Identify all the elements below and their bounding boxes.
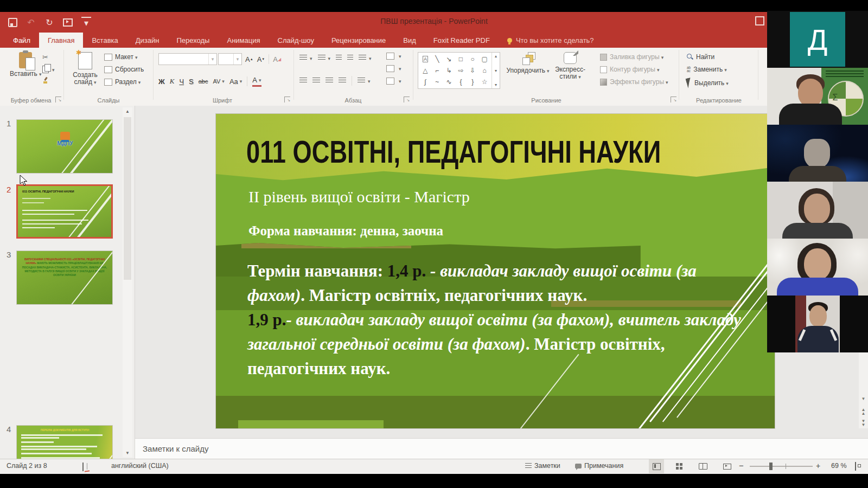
shape-left-brace[interactable]: {: [459, 77, 462, 87]
shape-curve[interactable]: ∿: [446, 77, 452, 87]
notes-toggle-button[interactable]: Заметки: [525, 462, 560, 470]
tab-transitions[interactable]: Переходы: [168, 33, 218, 48]
shape-elbow-arrow-connector[interactable]: ↳: [446, 66, 452, 75]
decrease-indent-button[interactable]: [336, 55, 342, 61]
shape-scribble[interactable]: ∫: [424, 77, 426, 87]
tab-insert[interactable]: Вставка: [83, 33, 126, 48]
tab-file[interactable]: Файл: [4, 33, 39, 48]
tab-animations[interactable]: Анимация: [218, 33, 269, 48]
slide-sorter-view-button[interactable]: [672, 459, 687, 473]
shape-arrow[interactable]: ↘: [446, 54, 452, 64]
slide-canvas[interactable]: 011 ОСВІТНІ, ПЕДАГОГІЧНІ НАУКИ ІІ рівень…: [216, 114, 775, 428]
thumbnail-scrollbar[interactable]: ▲ ▼: [123, 107, 132, 457]
replace-button[interactable]: abacЗаменить: [687, 66, 727, 73]
tab-design[interactable]: Дизайн: [127, 33, 168, 48]
shape-outline-button[interactable]: Контур фигуры: [600, 66, 659, 73]
shapes-scroll-down-icon[interactable]: ▾: [495, 68, 497, 73]
language-indicator[interactable]: английский (США): [111, 462, 169, 470]
comments-toggle-button[interactable]: Примечания: [575, 462, 623, 470]
new-slide-button[interactable]: ✱ Создать слайд: [69, 52, 101, 86]
zoom-slider-track[interactable]: [750, 466, 813, 467]
copy-button[interactable]: [42, 65, 55, 73]
previous-slide-icon[interactable]: ▲▲: [859, 407, 868, 418]
slide-thumbnail-2-selected[interactable]: 011 ОСВІТНІ, ПЕДАГОГІЧНІ НАУКИ: [16, 184, 113, 239]
slide-subtitle[interactable]: ІІ рівень вищої освіти - Магістр: [248, 188, 470, 206]
shape-triangle[interactable]: △: [423, 66, 427, 75]
participant-video-2[interactable]: [767, 68, 868, 125]
align-left-button[interactable]: [299, 78, 307, 84]
shape-rectangle[interactable]: □: [459, 54, 463, 64]
align-right-button[interactable]: [326, 78, 333, 84]
fit-to-window-button[interactable]: [855, 463, 856, 470]
scroll-up-icon[interactable]: ▲: [123, 107, 132, 115]
normal-view-button[interactable]: [649, 459, 664, 473]
shapes-more-icon[interactable]: ▾: [495, 82, 497, 87]
participant-video-5[interactable]: [767, 239, 868, 296]
participant-video-3[interactable]: [767, 125, 868, 182]
font-dialog-launcher[interactable]: ↘: [284, 97, 290, 102]
shape-rounded-rectangle[interactable]: ▢: [481, 54, 487, 64]
tab-home[interactable]: Главная: [39, 33, 83, 48]
format-painter-button[interactable]: [42, 77, 55, 84]
paragraph-dialog-launcher[interactable]: ↘: [404, 97, 410, 102]
scroll-down-icon[interactable]: ▼: [123, 449, 132, 457]
slideshow-view-button[interactable]: [719, 459, 735, 473]
tab-slideshow[interactable]: Слайд-шоу: [269, 33, 323, 48]
slide-paragraph-2[interactable]: 1,9 р.- викладач закладу вищої освіти (з…: [247, 308, 760, 381]
zoom-out-button[interactable]: −: [739, 461, 744, 470]
shape-fill-button[interactable]: Заливка фигуры: [600, 53, 663, 61]
shape-right-brace[interactable]: }: [471, 77, 474, 87]
tab-review[interactable]: Рецензирование: [323, 33, 394, 48]
tab-foxit-reader-pdf[interactable]: Foxit Reader PDF: [425, 33, 499, 48]
tell-me-box[interactable]: Что вы хотите сделать?: [507, 33, 594, 48]
slide-paragraph-1[interactable]: Термін навчання: 1,4 р. - викладач закла…: [247, 259, 755, 308]
paste-button[interactable]: Вставить: [10, 52, 41, 78]
chevron-down-icon[interactable]: ▾: [233, 54, 241, 65]
slide-thumbnail-3[interactable]: ВИПУСКНИКИ СПЕЦІАЛЬНОСТІ 011 «ОСВІТНІ, П…: [16, 251, 113, 305]
clipboard-dialog-launcher[interactable]: ↘: [55, 97, 61, 102]
section-button[interactable]: Раздел: [104, 78, 141, 86]
bold-button[interactable]: Ж: [158, 78, 165, 86]
ribbon-display-options-icon[interactable]: [755, 16, 764, 25]
participant-video-6[interactable]: [767, 296, 868, 352]
italic-button[interactable]: К: [170, 77, 175, 86]
quick-styles-button[interactable]: Экспресс-стили: [551, 52, 589, 81]
slide-thumbnail-4[interactable]: ПЕРЕЛІК ДОКУМЕНТІВ ДЛЯ ВСТУПУ:: [16, 425, 113, 459]
zoom-level[interactable]: 69 %: [831, 462, 847, 470]
spellcheck-icon[interactable]: [82, 463, 84, 471]
layout-button[interactable]: Макет: [104, 53, 138, 61]
arrange-button[interactable]: Упорядочить: [507, 52, 549, 75]
reading-view-button[interactable]: [695, 459, 711, 473]
numbering-button[interactable]: [318, 55, 326, 61]
tab-view[interactable]: Вид: [394, 33, 425, 48]
shape-line[interactable]: ╲: [435, 54, 439, 64]
text-shadow-button[interactable]: S: [189, 78, 194, 86]
participant-video-4[interactable]: [767, 182, 868, 239]
scroll-down-icon[interactable]: ▼: [859, 395, 868, 404]
slide-form-line[interactable]: Форма навчання: денна, заочна: [248, 223, 443, 239]
bullets-button[interactable]: [299, 55, 307, 61]
find-button[interactable]: Найти: [687, 53, 714, 61]
slide-thumbnail-1[interactable]: МДПУ: [16, 119, 113, 174]
character-spacing-button[interactable]: AV: [213, 78, 224, 85]
scrollbar-thumb[interactable]: [124, 117, 131, 280]
strikethrough-button[interactable]: abc: [199, 78, 208, 85]
chevron-down-icon[interactable]: ▾: [208, 54, 216, 65]
shrink-font-button[interactable]: A▼: [257, 55, 265, 63]
clear-formatting-button[interactable]: A◢: [273, 55, 281, 63]
shape-down-arrow[interactable]: ⇩: [470, 66, 475, 75]
participant-video-1[interactable]: Д: [767, 11, 868, 68]
shape-textbox[interactable]: A: [423, 56, 428, 62]
shape-elbow-connector[interactable]: ⌐: [435, 66, 439, 75]
columns-button[interactable]: [358, 78, 365, 84]
cut-button[interactable]: ✂: [42, 53, 55, 61]
convert-smartart-button[interactable]: [386, 77, 401, 85]
align-text-button[interactable]: [386, 65, 401, 72]
shape-arc[interactable]: ~: [435, 77, 439, 87]
line-spacing-button[interactable]: [359, 55, 366, 61]
align-center-button[interactable]: [312, 78, 320, 84]
reset-button[interactable]: Сбросить: [104, 66, 144, 73]
notes-pane[interactable]: Заметки к слайду: [135, 438, 868, 459]
zoom-in-button[interactable]: +: [816, 461, 820, 470]
underline-button[interactable]: Ч: [179, 78, 184, 86]
